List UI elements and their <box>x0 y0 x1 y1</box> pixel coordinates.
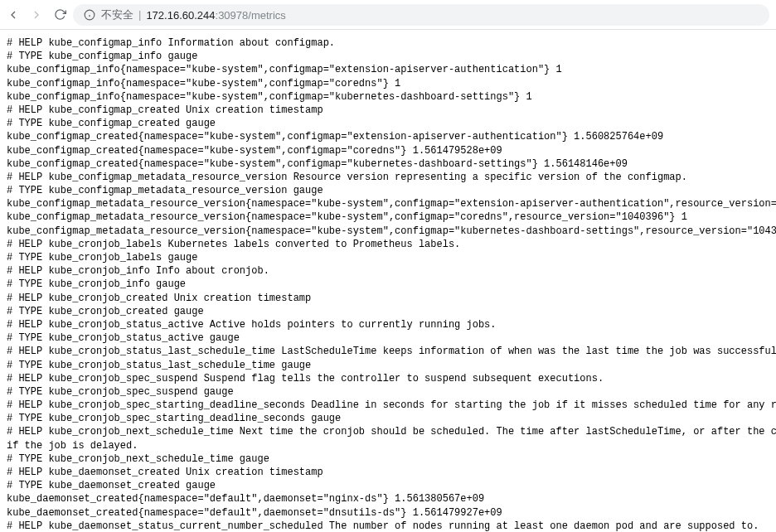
metrics-content: # HELP kube_configmap_info Information a… <box>0 30 776 532</box>
reload-icon[interactable] <box>53 8 66 22</box>
url-host: 172.16.60.244 <box>146 9 215 22</box>
info-icon[interactable] <box>83 8 96 22</box>
browser-toolbar: 不安全 | 172.16.60.244:30978/metrics <box>0 0 776 30</box>
nav-buttons <box>7 8 66 22</box>
security-label: 不安全 <box>101 7 133 22</box>
url-display: 172.16.60.244:30978/metrics <box>146 7 285 22</box>
url-port: :30978 <box>216 9 249 22</box>
address-bar[interactable]: 不安全 | 172.16.60.244:30978/metrics <box>73 4 769 26</box>
forward-icon[interactable] <box>30 8 43 22</box>
url-divider: | <box>138 8 141 21</box>
back-icon[interactable] <box>7 8 20 22</box>
url-path: /metrics <box>248 9 286 22</box>
